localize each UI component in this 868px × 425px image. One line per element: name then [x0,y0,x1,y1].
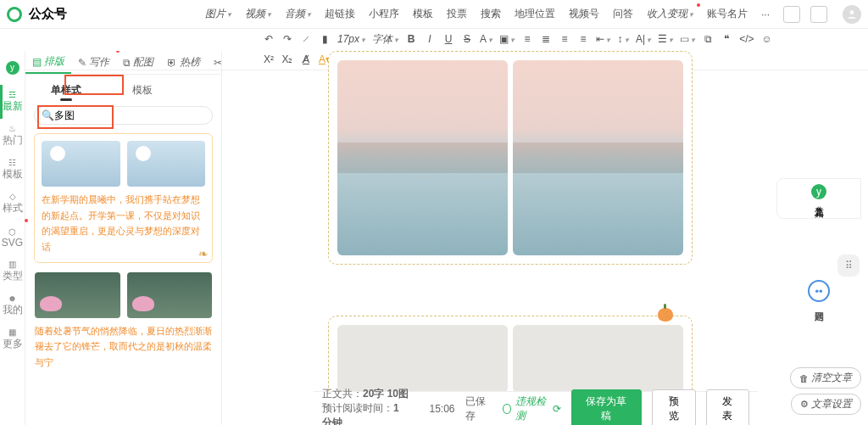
wordcount: 正文共：20字 10图 预计阅读时间：1分钟 [322,387,409,425]
style-search[interactable]: 🔍 [34,106,213,125]
article-settings-button[interactable]: ⚙ 文章设置 [791,394,861,415]
save-time: 15:06 [429,403,454,415]
tab-tools[interactable]: ✂ 工具 [207,51,222,74]
fontfamily-select[interactable]: 字体▾ [372,32,398,47]
menu-hyperlink[interactable]: 超链接 [321,5,359,23]
menu-qa[interactable]: 问答 [609,5,637,23]
underline-icon[interactable]: U [442,33,454,45]
section-icon[interactable]: ▭▾ [680,33,695,45]
rail-mine[interactable]: ☻我的 [0,288,25,322]
menu-image[interactable]: 图片▾ [202,5,235,23]
align-center-icon[interactable]: ≣ [540,33,552,45]
menu-miniapp[interactable]: 小程序 [365,5,403,23]
style-card-1[interactable]: 在新学期的晨曦中，我们携手站在梦想的新起点。开学第一课，不仅是对知识的渴望重启，… [34,133,213,263]
side-panel: ▤ 排版 ✎ 写作 ⧉ 配图 ⛨ 热榜 ✂ 工具 单样式 模板 🔍 在新学期的晨… [25,51,222,425]
fontsize-select[interactable]: 17px▾ [337,33,365,45]
subtab-single[interactable]: 单样式 [51,83,81,98]
style-card-2[interactable]: 随着处暑节气的悄然降临，夏日的热烈渐渐褪去了它的锋芒，取而代之的是初秋的温柔与宁 [34,271,213,372]
menu-video[interactable]: 视频▾ [242,5,275,23]
content-frame-2[interactable] [328,316,693,391]
redo-icon[interactable]: ↷ [281,33,293,45]
bgcolor-icon[interactable]: ▣▾ [499,33,515,45]
tab-image[interactable]: ⧉ 配图 [116,51,160,74]
rail-hot[interactable]: ♨热门 [0,119,25,153]
eyedropper-icon[interactable]: ⟋ [300,33,312,45]
violation-check-link[interactable]: 违规检测 ⟳ [503,394,561,423]
menu-audio[interactable]: 音频▾ [281,5,314,23]
top-bar: 公众号 图片▾ 视频▾ 音频▾ 超链接 小程序 模板 投票 搜索 地理位置 视频… [0,0,868,29]
frame2-img-right [513,325,683,391]
align-right-icon[interactable]: ≡ [559,33,570,45]
tab-hotlist[interactable]: ⛨ 热榜 [160,51,207,74]
italic-icon[interactable]: I [424,33,436,45]
left-rail: y ☲最新 ♨热门 ☷模板 ◇样式 ⬡SVG ▥类型 ☻我的 ▦更多 [0,51,25,425]
clear-article-button[interactable]: 🗑 清空文章 [790,367,861,389]
tab-layout[interactable]: ▤ 排版 [25,51,71,74]
undo-icon[interactable]: ↶ [263,33,275,45]
rail-logo[interactable]: y [0,51,25,85]
svg-point-0 [850,10,854,14]
face-icon: •• [808,280,830,302]
menu-search[interactable]: 搜索 [477,5,504,23]
frame1-img-left [337,60,508,255]
strike-icon[interactable]: S [461,33,473,45]
menu-more[interactable]: ··· [758,5,773,23]
color-icon[interactable]: A▾ [480,33,492,45]
align-left-icon[interactable]: ≡ [521,33,533,45]
search-input[interactable] [54,109,205,121]
status-bar: 正文共：20字 10图 预计阅读时间：1分钟 15:06 已保存 违规检测 ⟳ … [314,391,758,425]
paint-icon[interactable]: ▮ [319,33,331,45]
letterspace-icon[interactable]: A|▾ [636,33,651,45]
rail-style[interactable]: ◇样式 [0,187,25,221]
feedback-float[interactable]: •• 遇到问题 [776,280,861,305]
toggle-a[interactable] [783,6,800,23]
card1-text: 在新学期的晨曦中，我们携手站在梦想的新起点。开学第一课，不仅是对知识的渴望重启，… [42,192,205,255]
toggle-b[interactable] [810,6,827,23]
grid-icon[interactable]: ⠿ [837,254,860,277]
search-icon: 🔍 [42,109,54,121]
menu-vote[interactable]: 投票 [443,5,470,23]
insert-img-icon[interactable]: ⧉ [702,33,714,45]
emoji-icon[interactable]: ☺ [761,33,773,45]
menu-card[interactable]: 账号名片 [704,5,751,23]
card1-img-b [127,141,206,187]
user-avatar[interactable] [843,5,861,24]
align-justify-icon[interactable]: ≡ [577,33,589,45]
tab-write[interactable]: ✎ 写作 [71,51,116,74]
menu-monetize[interactable]: 收入变现▾ [643,5,697,23]
list-icon[interactable]: ☰▾ [658,33,673,45]
editor-canvas[interactable]: A MINIMALIST LIFESTYLE [254,51,766,391]
toolbox-float[interactable]: y 工具箱 « [776,178,861,219]
rail-latest[interactable]: ☲最新 [0,85,25,119]
orange-icon [658,308,673,322]
right-buttons: 🗑 清空文章 ⚙ 文章设置 [790,367,861,415]
menu-template[interactable]: 模板 [409,5,437,23]
menu-location[interactable]: 地理位置 [511,5,559,23]
rail-type[interactable]: ▥类型 [0,254,25,288]
preview-button[interactable]: 预览 [652,389,695,426]
frame2-img-left [337,325,508,391]
frame1-img-right [513,60,683,255]
indent-icon[interactable]: ⇤▾ [596,33,610,45]
collapse-icon[interactable]: « [816,203,821,213]
bold-icon[interactable]: B [405,33,417,45]
wechat-logo-icon [4,3,25,25]
sub-tabs: 单样式 模板 [51,83,213,98]
quote-icon[interactable]: ❝ [721,33,732,45]
saved-label: 已保存 [465,394,492,423]
card2-img-a [35,272,120,318]
subtab-template[interactable]: 模板 [132,83,153,98]
publish-button[interactable]: 发表 [706,389,749,426]
card1-img-a [42,141,120,187]
lineheight-icon[interactable]: ↕▾ [617,33,629,45]
leaf-icon: ❧ [198,247,209,260]
rail-svg[interactable]: ⬡SVG [0,221,25,254]
save-draft-button[interactable]: 保存为草稿 [571,389,643,426]
code-icon[interactable]: </> [739,33,754,45]
card2-img-b [127,272,213,318]
toolbox-icon: y [811,184,826,199]
menu-channels[interactable]: 视频号 [565,5,603,23]
rail-template[interactable]: ☷模板 [0,153,25,187]
rail-more[interactable]: ▦更多 [0,322,25,356]
content-frame-1[interactable]: A MINIMALIST LIFESTYLE [328,51,693,265]
